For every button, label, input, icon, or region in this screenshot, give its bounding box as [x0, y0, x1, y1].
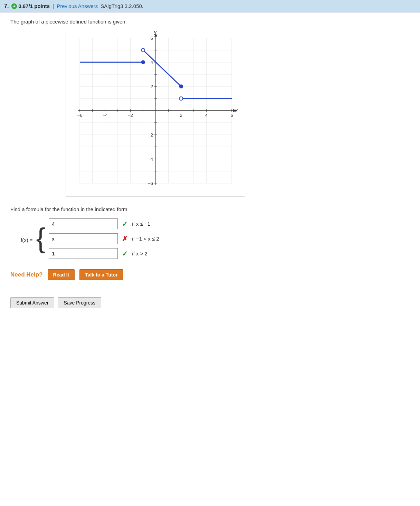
talk-to-tutor-button[interactable]: Talk to a Tutor — [79, 269, 123, 280]
case-condition-3: if x > 2 — [132, 251, 147, 256]
check-mark-1: ✓ — [122, 220, 128, 228]
y-axis-label: y — [154, 31, 157, 35]
svg-line-69 — [143, 50, 181, 86]
need-help-label: Need Help? — [10, 271, 43, 278]
x-tick-labels: −6 −4 −2 2 4 6 — [77, 113, 233, 118]
prev-answers-link[interactable]: Previous Answers — [57, 3, 98, 9]
x-axis-label: x — [235, 107, 238, 113]
graph-container: x y −6 −4 −2 2 4 6 — [10, 31, 300, 197]
svg-text:−2: −2 — [148, 132, 153, 138]
save-progress-button[interactable]: Save Progress — [58, 297, 101, 308]
find-formula-label: Find a formula for the function in the i… — [10, 206, 300, 212]
svg-point-73 — [179, 97, 183, 100]
axes — [78, 34, 236, 185]
case-input-1[interactable] — [49, 218, 118, 229]
case-condition-2: if −1 < x ≤ 2 — [132, 236, 159, 242]
separator: | — [52, 3, 54, 9]
svg-text:2: 2 — [151, 84, 153, 89]
case-input-3[interactable] — [49, 248, 118, 259]
x-mark-2: ✗ — [122, 235, 128, 243]
piecewise-form: f(x) = { ✓ if x ≤ −1 ✗ if −1 < x ≤ 2 ✓ i… — [21, 218, 300, 259]
need-help-section: Need Help? Read It Talk to a Tutor — [10, 269, 300, 280]
check-mark-3: ✓ — [122, 250, 128, 258]
graph-svg: x y −6 −4 −2 2 4 6 — [66, 31, 245, 197]
case-row-3: ✓ if x > 2 — [49, 248, 159, 259]
case-condition-1: if x ≤ −1 — [132, 221, 150, 227]
svg-text:6: 6 — [151, 36, 153, 41]
points-icon: + — [11, 3, 17, 9]
cases-table: ✓ if x ≤ −1 ✗ if −1 < x ≤ 2 ✓ if x > 2 — [49, 218, 159, 259]
svg-text:−4: −4 — [148, 157, 153, 162]
svg-text:−6: −6 — [148, 181, 153, 186]
problem-id: SAlgTrig3 3.2.050. — [101, 3, 143, 9]
problem-statement: The graph of a piecewise defined functio… — [10, 19, 300, 25]
svg-text:6: 6 — [230, 113, 233, 118]
main-content: The graph of a piecewise defined functio… — [0, 12, 311, 315]
points-badge: + 0.67/1 points — [11, 3, 50, 9]
svg-text:−4: −4 — [103, 113, 108, 118]
svg-text:4: 4 — [205, 113, 208, 118]
question-number: 7. — [4, 3, 9, 9]
points-text: 0.67/1 points — [18, 3, 50, 9]
svg-text:−2: −2 — [128, 113, 133, 118]
svg-text:4: 4 — [151, 60, 153, 65]
header-bar: 7. + 0.67/1 points | Previous Answers SA… — [0, 0, 420, 12]
case-row-1: ✓ if x ≤ −1 — [49, 218, 159, 229]
read-it-button[interactable]: Read It — [48, 269, 75, 280]
submit-section: Submit Answer Save Progress — [10, 291, 300, 308]
svg-text:−6: −6 — [77, 113, 83, 118]
fx-label: f(x) = — [21, 237, 33, 243]
svg-point-70 — [141, 48, 145, 52]
big-brace: { — [36, 224, 46, 252]
svg-point-71 — [179, 85, 183, 88]
svg-text:2: 2 — [180, 113, 182, 118]
case-row-2: ✗ if −1 < x ≤ 2 — [49, 233, 159, 244]
svg-point-68 — [141, 60, 145, 64]
submit-answer-button[interactable]: Submit Answer — [10, 297, 54, 308]
case-input-2[interactable] — [49, 233, 118, 244]
